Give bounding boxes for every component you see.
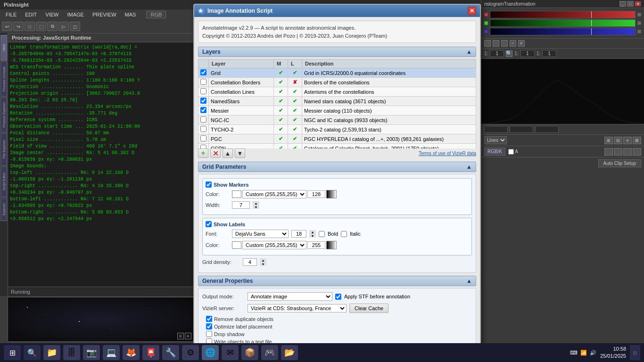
ch-icon4[interactable] bbox=[633, 148, 641, 156]
tab-explorer[interactable]: Explorer bbox=[0, 197, 7, 221]
taskbar-email[interactable]: 📮 bbox=[142, 345, 159, 360]
menu-image[interactable]: IMAGE bbox=[63, 11, 87, 18]
width-down-btn[interactable]: ▼ bbox=[253, 205, 259, 209]
taskbar-firefox[interactable]: 🦊 bbox=[123, 345, 140, 360]
rgb-k-button[interactable]: RGB/K bbox=[484, 148, 505, 156]
zoom-input2[interactable] bbox=[520, 50, 535, 57]
ccrn-checkbox[interactable] bbox=[200, 145, 206, 148]
labels-font-size[interactable] bbox=[291, 230, 306, 238]
a-checkbox[interactable] bbox=[508, 149, 514, 155]
taskbar-vscode[interactable]: 💻 bbox=[103, 345, 120, 360]
remove-dup-checkbox[interactable] bbox=[206, 316, 212, 322]
taskbar-app9[interactable]: 🌐 bbox=[202, 345, 219, 360]
labels-font-select[interactable]: DejaVu Sans bbox=[232, 230, 289, 238]
const-lines-checkbox[interactable] bbox=[200, 88, 206, 94]
hist-btn3[interactable]: ≡ bbox=[623, 137, 632, 144]
tab-script-editor[interactable]: Script Editor bbox=[0, 166, 7, 197]
width-up-btn[interactable]: ▲ bbox=[253, 201, 259, 205]
green-channel-indicator[interactable] bbox=[484, 21, 488, 25]
taskbar-app11[interactable]: 📦 bbox=[241, 345, 258, 360]
tab-process-console[interactable]: Process Console bbox=[0, 61, 7, 97]
font-size-down[interactable]: ▼ bbox=[309, 234, 316, 238]
labels-color-select[interactable]: Custom (255,255,255) bbox=[242, 241, 306, 249]
dialog-close-button[interactable]: ✕ bbox=[468, 7, 476, 15]
layer-row-ccrn[interactable]: CCRN ✔ ✔ Catalogue of Galactic Planet. b… bbox=[198, 144, 476, 149]
apply-stf-checkbox[interactable] bbox=[335, 294, 341, 300]
start-button[interactable]: ⊞ bbox=[4, 345, 21, 360]
layer-row-ngcic[interactable]: NGC-IC ✔ ✔ NGC and IC catalogs (9933 obj… bbox=[198, 115, 476, 125]
preview-overlay-btn[interactable]: ⊕ bbox=[185, 333, 191, 339]
layer-row-grid[interactable]: Grid ✔ ✔ Grid in ICRS/J2000.0 equatorial… bbox=[198, 68, 476, 78]
markers-color-select[interactable]: Custom (255,255,255) bbox=[242, 190, 306, 198]
taskbar-file-manager[interactable]: 📁 bbox=[43, 345, 60, 360]
tab-process-explorer[interactable]: Process Explorer bbox=[0, 97, 7, 132]
layers-scroll-area[interactable]: Layer M L Description Grid ✔ ✔ Grid in I… bbox=[198, 59, 476, 148]
ch-icon1[interactable] bbox=[604, 148, 613, 156]
namedstars-checkbox[interactable] bbox=[200, 98, 206, 104]
channel-reset-btn[interactable] bbox=[484, 40, 491, 47]
histogram-input2[interactable]: 0000 bbox=[510, 126, 533, 133]
layer-row-tycho[interactable]: TYCHO-2 ✔ ✔ Tycho-2 catalog (2,539,913 s… bbox=[198, 125, 476, 134]
layer-row-pgc[interactable]: PGC ✔ ✔ PGC HYPERLEDA I catalog of ...+,… bbox=[198, 134, 476, 144]
vizier-server-select[interactable]: VizieR at CDS: Strasbourg, France bbox=[248, 304, 347, 313]
taskbar-search[interactable]: 🔍 bbox=[24, 345, 41, 360]
pgc-checkbox[interactable] bbox=[200, 135, 206, 141]
toolbar-btn2[interactable]: ⬚ bbox=[36, 22, 46, 31]
drop-shadow-checkbox[interactable] bbox=[206, 331, 212, 337]
bold-checkbox[interactable] bbox=[319, 231, 325, 237]
auto-clip-button[interactable]: Auto Clip Setup bbox=[598, 159, 642, 167]
grid-params-collapse[interactable]: ▲ bbox=[466, 164, 472, 170]
taskbar-app13[interactable]: 📂 bbox=[281, 345, 298, 360]
labels-opacity-input[interactable] bbox=[307, 241, 325, 249]
histogram-maximize[interactable]: □ bbox=[627, 1, 634, 7]
menu-file[interactable]: FILE bbox=[2, 11, 20, 18]
histogram-minimize[interactable]: _ bbox=[619, 1, 626, 7]
layer-row-namedstars[interactable]: NamedStars ✔ ✔ Named stars catalog (3671… bbox=[198, 97, 476, 106]
green-channel-btn[interactable] bbox=[637, 21, 641, 25]
show-markers-checkbox[interactable] bbox=[206, 181, 212, 188]
blue-channel-indicator[interactable] bbox=[484, 30, 488, 33]
labels-color-swatch[interactable] bbox=[232, 241, 241, 249]
lines-select[interactable]: Lines bbox=[484, 136, 507, 144]
menu-edit[interactable]: EDIT bbox=[21, 11, 41, 18]
toolbar-btn1[interactable]: □ bbox=[25, 22, 35, 31]
time-block[interactable]: 10:58 25/01/2025 bbox=[600, 346, 626, 360]
tycho-checkbox[interactable] bbox=[200, 126, 206, 132]
hist-btn1[interactable]: ⊞ bbox=[604, 137, 613, 144]
vizier-terms-link[interactable]: Terms of use of VizieR data bbox=[419, 151, 476, 156]
toolbar-btn3[interactable]: ⧉ bbox=[47, 22, 58, 31]
layers-collapse-btn[interactable]: ▲ bbox=[466, 49, 472, 55]
tab-file-explorer[interactable]: File Explorer bbox=[0, 133, 7, 166]
density-down[interactable]: ▼ bbox=[260, 262, 266, 266]
channel-check-btn[interactable]: ✓ bbox=[510, 40, 516, 47]
zoom-input[interactable] bbox=[490, 50, 504, 57]
const-borders-checkbox[interactable] bbox=[200, 79, 206, 85]
ngcic-checkbox[interactable] bbox=[200, 116, 206, 123]
labels-color-preview[interactable] bbox=[326, 241, 337, 249]
channel-btn3[interactable] bbox=[501, 40, 508, 47]
show-labels-checkbox[interactable] bbox=[206, 221, 212, 227]
italic-checkbox[interactable] bbox=[341, 231, 347, 237]
layer-row-const-lines[interactable]: Constellation Lines ✔ ✔ Asterisms of the… bbox=[198, 87, 476, 97]
menu-view[interactable]: VIEW bbox=[41, 11, 62, 18]
density-up[interactable]: ▲ bbox=[260, 258, 266, 262]
red-channel-indicator[interactable] bbox=[484, 13, 488, 16]
clear-cache-button[interactable]: Clear Cache bbox=[349, 304, 388, 313]
ch-icon2[interactable] bbox=[614, 148, 622, 156]
gen-props-collapse[interactable]: ▲ bbox=[466, 278, 472, 284]
tab-view-editor[interactable]: View bbox=[0, 35, 7, 61]
zoom-in-btn[interactable]: 🔍 bbox=[506, 50, 512, 57]
font-size-up[interactable]: ▲ bbox=[309, 230, 316, 234]
toolbar-btn4[interactable]: ▷ bbox=[58, 22, 69, 31]
zoom-input3[interactable] bbox=[542, 50, 556, 57]
channel-x-btn[interactable]: ✗ bbox=[518, 40, 525, 47]
markers-color-preview[interactable] bbox=[326, 190, 337, 198]
move-layer-up-btn[interactable]: ▲ bbox=[223, 148, 233, 158]
taskbar-tool1[interactable]: 🔧 bbox=[162, 345, 179, 360]
markers-opacity-input[interactable] bbox=[307, 190, 325, 198]
optimize-label-checkbox[interactable] bbox=[206, 323, 212, 329]
blue-channel-btn[interactable] bbox=[637, 30, 641, 33]
toolbar-btn5[interactable]: ◻ bbox=[70, 22, 80, 31]
taskbar-app12[interactable]: 🎮 bbox=[261, 345, 278, 360]
remove-layer-btn[interactable]: ✕ bbox=[210, 148, 221, 158]
